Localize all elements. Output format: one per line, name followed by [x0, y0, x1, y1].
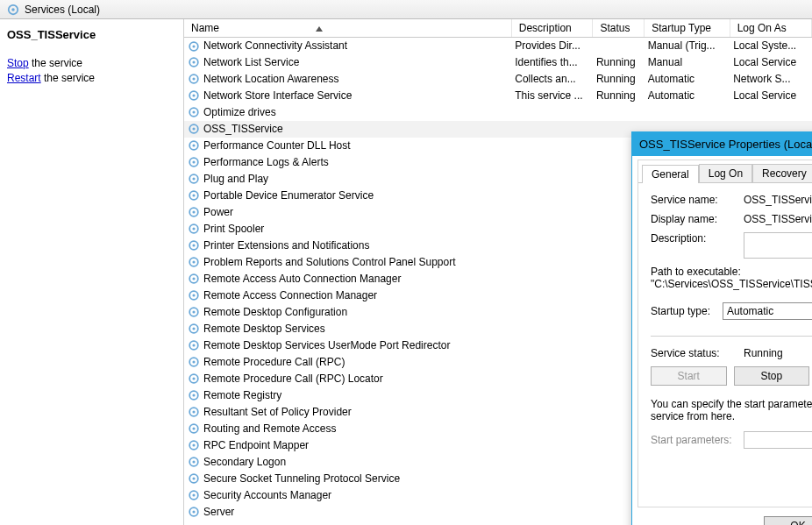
col-startup-type[interactable]: Startup Type	[645, 19, 730, 38]
svg-point-59	[192, 511, 195, 514]
stop-button[interactable]: Stop	[734, 366, 810, 386]
table-row[interactable]: Network List ServiceIdentifies th...Runn…	[184, 54, 812, 71]
tab-general[interactable]: General	[642, 165, 699, 183]
value-display-name: OSS_TISService	[744, 213, 812, 225]
value-service-status: Running	[744, 347, 812, 359]
left-pane: OSS_TISService Stop the service Restart …	[0, 19, 184, 525]
restart-service-link[interactable]: Restart	[7, 72, 41, 84]
svg-point-31	[192, 278, 195, 280]
separator	[651, 336, 812, 337]
description-input[interactable]: ˄˅	[744, 232, 812, 259]
value-service-name: OSS_TISService	[744, 194, 812, 206]
svg-point-55	[192, 478, 195, 480]
svg-point-11	[192, 111, 195, 114]
col-description[interactable]: Description	[511, 19, 593, 38]
col-name[interactable]: Name	[184, 19, 511, 38]
dialog-tabs: General Log On Recovery Dependencies	[638, 160, 812, 183]
ok-button[interactable]: OK	[764, 516, 812, 525]
tab-body-general: Service name: OSS_TISService Display nam…	[638, 183, 812, 461]
svg-point-49	[192, 428, 195, 430]
stop-suffix: the service	[29, 57, 82, 69]
stop-service-link[interactable]: Stop	[7, 57, 29, 69]
table-row[interactable]: Network Connectivity AssistantProvides D…	[184, 38, 812, 54]
label-service-name: Service name:	[651, 194, 744, 206]
label-display-name: Display name:	[651, 213, 744, 225]
header-title: Services (Local)	[25, 4, 100, 16]
svg-point-23	[192, 211, 195, 214]
dialog-titlebar[interactable]: OSS_TISService Properties (Local Compute…	[632, 132, 812, 155]
col-log-on-as[interactable]: Log On As	[730, 19, 811, 38]
label-description: Description:	[651, 232, 744, 245]
svg-point-27	[192, 245, 195, 247]
svg-point-1	[11, 8, 15, 11]
svg-point-43	[192, 378, 195, 380]
sort-asc-icon	[316, 26, 323, 32]
svg-point-3	[192, 45, 195, 47]
svg-point-47	[192, 411, 195, 414]
svg-point-33	[192, 294, 195, 297]
label-service-status: Service status:	[651, 347, 744, 359]
svg-point-29	[192, 261, 195, 264]
table-row[interactable]: Network Location AwarenessCollects an...…	[184, 71, 812, 88]
services-icon	[7, 4, 19, 16]
col-status[interactable]: Status	[593, 19, 645, 38]
services-list-pane: Name Description Status Startup Type Log…	[184, 19, 812, 525]
svg-point-5	[192, 61, 195, 64]
svg-point-53	[192, 461, 195, 464]
svg-point-57	[192, 494, 195, 497]
table-row[interactable]: Network Store Interface ServiceThis serv…	[184, 88, 812, 104]
svg-point-35	[192, 311, 195, 314]
svg-point-21	[192, 195, 195, 197]
tab-log-on[interactable]: Log On	[699, 164, 752, 182]
startup-type-value: Automatic	[727, 305, 773, 317]
label-path: Path to executable:	[651, 266, 812, 278]
svg-point-19	[192, 178, 195, 181]
svg-point-25	[192, 228, 195, 231]
label-startup-type: Startup type:	[651, 305, 723, 317]
dialog-title: OSS_TISService Properties (Local Compute…	[639, 138, 812, 151]
value-path: "C:\Services\OSS_TISService\TISService.e…	[651, 278, 812, 290]
tab-recovery[interactable]: Recovery	[752, 164, 812, 182]
svg-point-13	[192, 128, 195, 131]
svg-point-17	[192, 161, 195, 164]
selected-service-title: OSS_TISService	[7, 28, 176, 41]
restart-suffix: the service	[41, 72, 95, 84]
svg-point-45	[192, 394, 195, 397]
start-button: Start	[651, 366, 727, 386]
svg-point-51	[192, 444, 195, 447]
svg-point-37	[192, 328, 195, 330]
svg-point-39	[192, 344, 195, 347]
start-params-help: You can specify the start parameters tha…	[651, 398, 812, 422]
svg-point-7	[192, 78, 195, 81]
start-parameters-input[interactable]	[744, 431, 812, 449]
startup-type-select[interactable]: Automatic	[723, 302, 812, 320]
table-row[interactable]: Optimize drives	[184, 104, 812, 121]
services-header: Services (Local)	[0, 0, 812, 19]
label-start-parameters: Start parameters:	[651, 434, 744, 446]
svg-point-9	[192, 95, 195, 97]
svg-point-41	[192, 361, 195, 364]
service-properties-dialog: OSS_TISService Properties (Local Compute…	[631, 131, 812, 525]
svg-point-15	[192, 145, 195, 147]
